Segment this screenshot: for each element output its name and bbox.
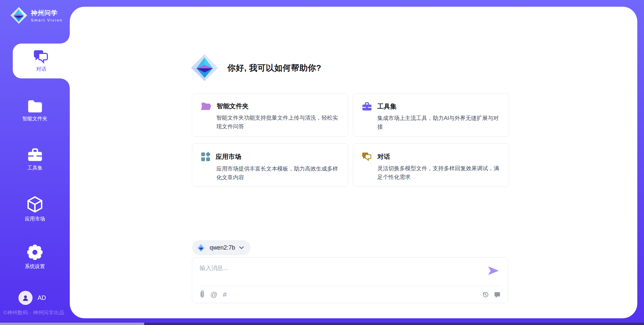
history-icon [482,291,489,298]
paperclip-icon [200,290,205,298]
card-chat[interactable]: 对话 灵活切换多模型文件，支持多样回复效果调试，满足个性化需求 [353,143,509,187]
user-initials: AD [38,295,46,302]
apps-grid-icon [201,152,210,161]
chat-icon [362,152,372,161]
briefcase-icon [362,102,372,111]
mention-button[interactable]: @ [210,291,217,298]
card-app-market[interactable]: 应用市场 应用市场提供丰富长文本模板，助力高效生成多样化文章内容 [192,143,348,187]
folder-icon [27,99,43,113]
active-tab-fillet-top [60,34,70,44]
gem-logo-icon [10,7,28,24]
model-name: qwen2:7b [210,244,235,251]
card-description: 灵活切换多模型文件，支持多样回复效果调试，满足个性化需求 [377,164,501,181]
sidebar-item-label: 系统设置 [25,263,45,270]
avatar [18,291,33,305]
active-tab-fillet-bottom [60,78,70,88]
sidebar-item-smart-folder[interactable]: 智能文件夹 [0,99,70,122]
briefcase-icon [27,148,43,162]
sidebar: 神州问学 Smart Vision 对话 智能文件夹 工具集 [0,0,70,323]
gem-logo-icon [191,54,219,82]
composer-tools-right [482,291,500,298]
brand-subtitle: Smart Vision [31,18,63,22]
message-input[interactable] [200,263,481,273]
horizontal-scrollbar[interactable] [0,323,644,325]
topic-button[interactable]: # [223,291,227,298]
sidebar-item-label: 应用市场 [25,216,45,222]
sidebar-item-label: 对话 [36,66,46,72]
card-description: 智能文件夹功能支持批量文件上传与清洗，轻松实现文件问答 [216,114,340,131]
brand-name: 神州问学 [31,9,63,17]
send-icon[interactable] [488,266,499,275]
chat-icon [34,50,49,64]
scrollbar-thumb[interactable] [0,323,144,325]
folder-open-icon [201,102,211,111]
gem-logo-icon [197,243,206,252]
sidebar-item-settings[interactable]: 系统设置 [0,244,70,270]
app-root: { "brand": { "name": "神州问学", "subtitle":… [0,0,644,325]
main-panel: 你好, 我可以如何帮助你? 智能文件夹 智能文件夹功能支持批量文件上传与清洗，轻… [70,7,637,318]
sidebar-item-label: 工具集 [28,165,43,171]
card-title: 工具集 [377,102,396,111]
card-title: 对话 [377,152,390,161]
gear-icon [27,244,43,260]
composer-divider [200,286,500,286]
greeting-text: 你好, 我可以如何帮助你? [227,62,321,73]
sidebar-item-app-market[interactable]: 应用市场 [0,196,70,222]
feature-cards: 智能文件夹 智能文件夹功能支持批量文件上传与清洗，轻松实现文件问答 工具集 集成… [192,93,509,187]
card-title: 智能文件夹 [217,102,249,111]
card-title: 应用市场 [216,152,241,161]
brand-logo: 神州问学 Smart Vision [10,7,63,24]
composer-tools-left: @ # [200,290,227,298]
sidebar-item-chat[interactable]: 对话 [13,44,70,78]
history-button[interactable] [482,291,489,298]
user-account[interactable]: AD [18,291,46,305]
greeting: 你好, 我可以如何帮助你? [191,54,321,82]
sidebar-item-toolset[interactable]: 工具集 [0,148,70,171]
card-smart-folder[interactable]: 智能文件夹 智能文件夹功能支持批量文件上传与清洗，轻松实现文件问答 [192,93,348,137]
card-description: 集成市场上主流工具，助力AI与外界无缝扩展与对接 [377,114,501,131]
chevron-down-icon [239,246,244,249]
person-icon [21,294,30,302]
chat-bubble-icon [494,291,500,298]
attach-button[interactable] [200,290,205,298]
copyright-footer: ©神州数码 · 神州问学出品 [3,310,64,316]
message-composer: @ # [192,257,508,303]
sidebar-item-label: 智能文件夹 [22,116,48,122]
card-description: 应用市场提供丰富长文本模板，助力高效生成多样化文章内容 [216,165,340,182]
model-selector[interactable]: qwen2:7b [192,240,251,255]
card-toolset[interactable]: 工具集 集成市场上主流工具，助力AI与外界无缝扩展与对接 [353,93,509,137]
new-chat-button[interactable] [494,291,500,298]
cube-icon [27,196,43,213]
